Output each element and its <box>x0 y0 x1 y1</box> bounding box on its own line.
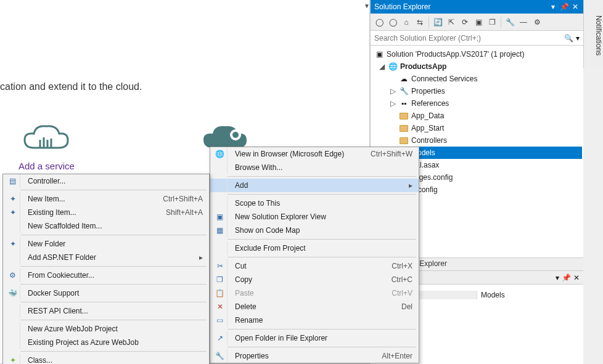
connected-icon: ☁ <box>399 74 409 84</box>
menu-rename[interactable]: ▭Rename <box>210 313 419 327</box>
context-menu-main: 🌐View in Browser (Microsoft Edge)Ctrl+Sh… <box>210 147 419 363</box>
refresh-icon[interactable]: ⟳ <box>459 16 471 28</box>
menu-cut[interactable]: ✂CutCtrl+X <box>210 259 419 273</box>
menu-new-solution-view[interactable]: ▣New Solution Explorer View <box>210 210 419 224</box>
menu-separator <box>228 239 416 240</box>
menu-add-controller[interactable]: ▤Controller... <box>3 174 209 188</box>
project-node[interactable]: ◢ 🌐 ProductsApp <box>372 60 582 73</box>
cloud-service-icon <box>18 120 74 157</box>
controllers-node[interactable]: Controllers <box>372 134 582 147</box>
menu-separator <box>228 194 416 195</box>
wrench-icon: 🔧 <box>213 349 228 363</box>
menu-delete[interactable]: ✕DeleteDel <box>210 300 419 313</box>
forward-icon[interactable]: ◯ <box>387 16 399 28</box>
rename-icon: ▭ <box>213 313 228 327</box>
new-item-icon: ✦ <box>6 192 20 206</box>
menu-add-existing-webjob[interactable]: Existing Project as Azure WebJob <box>3 336 209 349</box>
references-node[interactable]: ▷ ▪▪ References <box>372 97 582 110</box>
property-value: Models <box>477 291 577 299</box>
new-folder-icon: ✦ <box>6 237 20 251</box>
chevron-right-icon: ▸ <box>193 253 203 262</box>
menu-add-new-item[interactable]: ✦New Item...Ctrl+Shift+A <box>3 192 209 206</box>
properties-icon[interactable]: 🔧 <box>504 16 516 28</box>
tree-label: Controllers <box>411 136 447 145</box>
menu-add-new-folder[interactable]: ✦New Folder <box>3 237 209 251</box>
copy-icon: ❐ <box>213 273 228 286</box>
chevron-right-icon[interactable]: ▷ <box>390 99 396 108</box>
dropdown-icon[interactable]: ▾ <box>556 273 559 282</box>
menu-add-docker[interactable]: 🐳Docker Support <box>3 286 209 300</box>
dropdown-arrow-icon[interactable]: ▼ <box>364 2 370 9</box>
cut-icon: ✂ <box>213 259 228 273</box>
menu-open-folder[interactable]: ↗Open Folder in File Explorer <box>210 331 419 345</box>
folder-icon <box>400 113 408 119</box>
menu-add-class[interactable]: ✦Class... <box>3 354 209 364</box>
pending-icon[interactable]: 🔄 <box>432 16 444 28</box>
appdata-node[interactable]: App_Data <box>372 110 582 122</box>
showall-icon[interactable]: ▣ <box>472 16 485 28</box>
menu-add[interactable]: Add▸ <box>210 179 419 192</box>
menu-separator <box>228 176 416 177</box>
menu-add-cookiecutter[interactable]: ⚙From Cookiecutter... <box>3 269 209 282</box>
menu-scope-to-this[interactable]: Scope to This <box>210 196 419 210</box>
menu-separator <box>20 302 207 302</box>
menu-add-webjob[interactable]: New Azure WebJob Project <box>3 322 209 336</box>
properties-node[interactable]: ▷ 🔧 Properties <box>372 85 582 97</box>
menu-add-aspnet-folder[interactable]: Add ASP.NET Folder▸ <box>3 251 209 264</box>
tree-label: App_Start <box>411 124 444 132</box>
wrench-icon: 🔧 <box>399 86 409 96</box>
sync-icon[interactable]: ⇆ <box>414 16 426 28</box>
menu-separator <box>20 190 207 190</box>
solution-explorer-toolbar: ◯ ◯ ⌂ ⇆ 🔄 ⇱ ⟳ ▣ ❐ 🔧 — ⚙ <box>371 14 583 31</box>
menu-show-on-codemap[interactable]: ▦Show on Code Map <box>210 224 419 237</box>
notifications-tab[interactable]: Notifications <box>583 0 603 68</box>
copy-icon[interactable]: ❐ <box>486 16 498 28</box>
menu-exclude-from-project[interactable]: Exclude From Project <box>210 241 419 255</box>
paste-icon: 📋 <box>213 286 228 300</box>
close-icon[interactable]: ✕ <box>573 273 580 282</box>
chevron-right-icon[interactable]: ▷ <box>390 87 396 95</box>
connected-services-node[interactable]: ☁ Connected Services <box>372 73 582 85</box>
add-service-tile[interactable]: Add a service <box>18 120 75 171</box>
svg-point-5 <box>232 132 239 138</box>
window-icon: ▣ <box>213 210 228 224</box>
menu-separator <box>228 347 416 347</box>
cookiecutter-icon: ⚙ <box>6 269 20 282</box>
menu-add-rest-api[interactable]: REST API Client... <box>3 304 209 318</box>
menu-browse-with[interactable]: Browse With... <box>210 161 419 174</box>
pin-icon[interactable]: 📌 <box>562 273 571 282</box>
controller-icon: ▤ <box>6 174 20 188</box>
solution-node[interactable]: ▣ Solution 'ProductsApp.VS2017' (1 proje… <box>372 48 582 60</box>
menu-separator <box>20 320 207 320</box>
existing-item-icon: ✦ <box>6 206 20 219</box>
pin-icon[interactable]: 📌 <box>560 2 568 11</box>
home-icon[interactable]: ⌂ <box>400 16 412 28</box>
intro-text: cation and extend it to the cloud. <box>0 81 142 92</box>
tree-label: Properties <box>411 87 445 95</box>
preview-icon[interactable]: — <box>517 16 530 28</box>
chevron-down-icon[interactable]: ◢ <box>379 62 385 71</box>
codemap-icon: ▦ <box>213 224 228 237</box>
collapse-icon[interactable]: ⇱ <box>445 16 457 28</box>
search-dropdown-icon[interactable]: ▾ <box>576 34 580 42</box>
menu-view-in-browser[interactable]: 🌐View in Browser (Microsoft Edge)Ctrl+Sh… <box>210 147 419 161</box>
view-icon[interactable]: ⚙ <box>531 16 543 28</box>
menu-separator <box>20 284 207 285</box>
project-icon: 🌐 <box>388 62 398 71</box>
project-label: ProductsApp <box>400 62 446 71</box>
folder-icon <box>400 137 408 144</box>
dropdown-icon[interactable]: ▾ <box>549 2 557 11</box>
close-icon[interactable]: ✕ <box>571 2 580 11</box>
menu-add-scaffolded[interactable]: New Scaffolded Item... <box>3 219 209 233</box>
menu-properties[interactable]: 🔧PropertiesAlt+Enter <box>210 349 419 363</box>
context-menu-add: ▤Controller... ✦New Item...Ctrl+Shift+A … <box>2 174 210 364</box>
menu-add-existing-item[interactable]: ✦Existing Item...Shift+Alt+A <box>3 206 209 219</box>
solution-explorer-title: Solution Explorer <box>374 2 430 11</box>
search-input[interactable] <box>374 34 564 42</box>
appstart-node[interactable]: App_Start <box>372 122 582 134</box>
menu-separator <box>228 329 416 330</box>
back-icon[interactable]: ◯ <box>373 16 385 28</box>
search-icon[interactable]: 🔍 <box>564 34 573 42</box>
solution-explorer-titlebar[interactable]: Solution Explorer ▾ 📌 ✕ <box>371 0 583 14</box>
menu-copy[interactable]: ❐CopyCtrl+C <box>210 273 419 286</box>
